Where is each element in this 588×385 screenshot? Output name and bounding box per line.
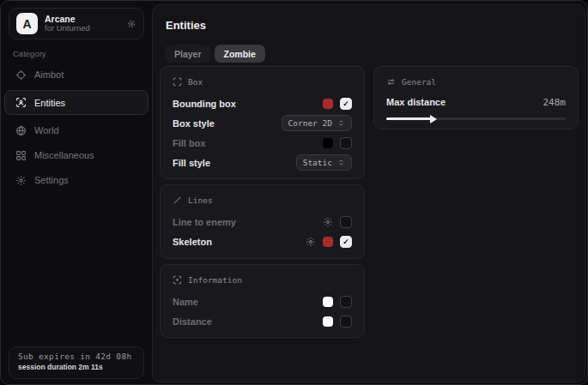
slider-thumb[interactable] [430,115,437,123]
main-panel: Entities Player Zombie Box Bounding box … [152,4,585,382]
setting-row-box-style: Box style Corner 2D [173,113,352,133]
sidebar-item-label: World [34,125,59,135]
box-corners-icon [173,77,182,87]
app-header-card: A Arcane for Unturned [9,8,144,39]
setting-label: Box style [173,118,275,129]
information-card: Information Name Distance [160,264,365,338]
color-swatch[interactable] [323,297,333,307]
setting-label: Distance [173,316,316,327]
tab-player[interactable]: Player [165,45,211,63]
sidebar-item-label: Aimbot [34,69,64,80]
app-logo: A [16,13,38,34]
session-duration-text: session duration 2m 11s [18,363,135,371]
page-title: Entities [166,19,206,32]
line-to-enemy-checkbox[interactable] [340,216,352,228]
fill-style-dropdown[interactable]: Static [296,154,352,171]
gear-icon[interactable] [306,237,316,247]
general-card-header: General [386,77,566,87]
sidebar-item-aimbot[interactable]: Aimbot [4,63,149,87]
color-swatch[interactable] [323,138,333,148]
tab-zombie[interactable]: Zombie [215,45,265,63]
select-arrows-icon [337,159,345,166]
sidebar-item-label: Miscellaneous [34,150,94,160]
select-arrows-icon [337,119,345,127]
name-checkbox[interactable] [340,296,352,308]
sidebar-item-world[interactable]: World [4,118,149,142]
distance-checkbox[interactable] [340,316,352,328]
box-card: Box Bounding box ✓ Box style Corner 2D F… [160,66,365,179]
information-card-title: Information [188,275,242,285]
information-card-header: Information [173,275,352,285]
app-meta: Arcane for Unturned [45,14,126,33]
sidebar-item-label: Settings [34,175,69,185]
globe-icon [15,125,27,136]
sidebar-item-settings[interactable]: Settings [4,168,149,192]
setting-row-bounding-box: Bounding box ✓ [173,93,352,113]
setting-label: Fill box [173,138,316,148]
setting-label: Line to enemy [173,217,316,227]
line-icon [173,196,182,205]
app-logo-letter: A [22,17,31,31]
slider-label: Max distance [386,97,543,107]
box-card-title: Box [188,77,203,87]
box-style-dropdown[interactable]: Corner 2D [282,115,352,131]
bounding-box-checkbox[interactable]: ✓ [340,98,352,110]
setting-row-distance: Distance [173,311,352,331]
max-distance-row: Max distance 248m [386,93,566,111]
crosshair-icon [15,69,27,81]
sidebar-nav: Aimbot Entities World Miscellaneous [4,63,149,193]
category-label: Category [13,49,46,58]
color-swatch[interactable] [323,99,333,109]
box-card-header: Box [173,77,352,87]
slider-value: 248m [543,97,567,108]
color-swatch[interactable] [323,316,333,327]
sub-expiry-text: Sub expires in 42d 08h [18,352,135,361]
grid-icon [15,150,27,161]
setting-row-name: Name [173,292,352,311]
setting-label: Fill style [173,158,289,168]
setting-row-fill-box: Fill box [173,133,352,153]
skeleton-checkbox[interactable]: ✓ [340,236,352,248]
subscription-card: Sub expires in 42d 08h session duration … [9,346,144,379]
general-card: General Max distance 248m [373,66,579,129]
gear-icon[interactable] [323,217,333,227]
gear-icon [15,175,27,186]
setting-row-line-to-enemy: Line to enemy [173,212,352,232]
lines-card: Lines Line to enemy Skeleton ✓ [160,184,365,259]
dropdown-value: Static [303,158,332,167]
general-card-title: General [402,77,436,87]
slider-fill [386,117,431,120]
color-swatch[interactable] [323,237,333,247]
setting-label: Name [173,297,316,307]
max-distance-slider[interactable] [386,117,566,120]
tab-bar: Player Zombie [165,45,265,63]
setting-row-fill-style: Fill style Static [173,153,352,172]
sidebar: A Arcane for Unturned Category Aimbot [1,1,152,384]
setting-row-skeleton: Skeleton ✓ [173,232,352,251]
setting-label: Bounding box [173,99,316,109]
sliders-icon [386,77,396,87]
fill-box-checkbox[interactable] [340,137,352,149]
lines-card-title: Lines [188,196,213,205]
setting-label: Skeleton [173,237,299,247]
sidebar-item-entities[interactable]: Entities [4,90,149,115]
info-scan-icon [173,275,182,285]
lines-card-header: Lines [173,196,352,205]
app-subtitle: for Unturned [45,24,126,33]
sync-icon[interactable] [126,19,136,29]
app-window: A Arcane for Unturned Category Aimbot [0,0,588,385]
sidebar-item-label: Entities [34,98,65,108]
sidebar-item-miscellaneous[interactable]: Miscellaneous [4,143,149,167]
scan-person-icon [15,97,27,108]
dropdown-value: Corner 2D [288,118,332,128]
